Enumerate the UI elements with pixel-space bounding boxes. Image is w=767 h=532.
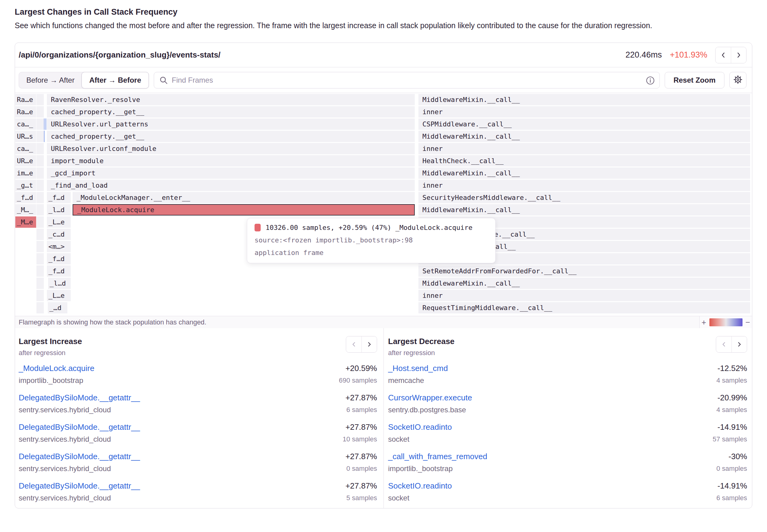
flame-cell[interactable] xyxy=(36,216,44,228)
flame-cell[interactable]: URLResolver.urlconf_module xyxy=(47,143,415,154)
largest-decrease-panel: Largest Decrease after regression _Host.… xyxy=(384,328,752,508)
flame-cell[interactable] xyxy=(36,106,44,118)
flame-cell[interactable]: cached_property.__get__ xyxy=(47,106,415,118)
function-link[interactable]: SocketIO.readinto xyxy=(388,481,452,491)
change-percent: +27.87% xyxy=(345,481,377,491)
flame-cell[interactable] xyxy=(36,131,44,142)
flame-cell[interactable]: UR…e xyxy=(15,155,36,167)
flame-cell[interactable]: inner xyxy=(419,106,750,118)
function-link[interactable]: DelegatedBySiloMode.__getattr__ xyxy=(19,422,140,432)
flame-cell[interactable]: <m…> xyxy=(47,241,71,252)
next-endpoint-button[interactable] xyxy=(731,47,746,63)
entry-function-block: CursorWrapper.executesentry.db.postgres.… xyxy=(388,392,472,415)
function-link[interactable]: DelegatedBySiloMode.__getattr__ xyxy=(19,392,140,403)
reset-zoom-button[interactable]: Reset Zoom xyxy=(665,72,724,88)
flame-cell[interactable]: UR…s xyxy=(15,131,36,142)
flame-cell[interactable]: _gcd_import xyxy=(47,167,415,179)
flame-cell[interactable] xyxy=(36,94,44,105)
function-link[interactable]: SocketIO.readinto xyxy=(388,422,452,432)
flame-cell[interactable] xyxy=(44,131,45,142)
function-link[interactable]: CursorWrapper.execute xyxy=(388,392,472,403)
toggle-before-after[interactable]: Before → After xyxy=(19,72,82,88)
flame-cell[interactable]: Ra…e xyxy=(15,94,36,105)
search-icon xyxy=(159,76,168,86)
flame-cell[interactable]: SecurityHeadersMiddleware.__call__ xyxy=(419,192,750,203)
flame-cell[interactable] xyxy=(36,155,44,167)
entry-metrics-block: -14.91%57 samples xyxy=(713,422,747,444)
flame-cell[interactable]: _find_and_load xyxy=(47,180,415,191)
flame-cell[interactable]: _L…e xyxy=(47,216,71,228)
flame-cell[interactable] xyxy=(36,204,44,215)
flame-cell[interactable]: im…e xyxy=(15,167,36,179)
flame-cell[interactable]: URLResolver.url_patterns xyxy=(47,118,415,130)
settings-button[interactable] xyxy=(729,72,746,88)
flame-cell[interactable]: CSPMiddleware.__call__ xyxy=(419,118,750,130)
flamegraph-canvas[interactable]: Ra…eRavenResolver._resolveMiddlewareMixi… xyxy=(15,93,752,316)
chevron-right-icon xyxy=(367,342,371,347)
flame-cell[interactable] xyxy=(36,180,44,191)
flame-cell[interactable]: _l…d xyxy=(48,278,71,289)
function-link[interactable]: _call_with_frames_removed xyxy=(388,451,487,462)
flame-cell[interactable]: _M…_ xyxy=(15,204,36,215)
flame-cell[interactable] xyxy=(36,302,44,313)
entry-function-block: SocketIO.readintosocket xyxy=(388,481,452,503)
flame-cell[interactable] xyxy=(36,229,44,240)
increase-prev-button[interactable] xyxy=(346,336,361,352)
flame-cell[interactable]: _f…d xyxy=(47,253,71,264)
flame-cell[interactable] xyxy=(36,143,44,154)
flame-cell[interactable]: RavenResolver._resolve xyxy=(47,94,415,105)
info-icon[interactable] xyxy=(646,76,655,86)
flame-cell[interactable]: RequestTimingMiddleware.__call__ xyxy=(419,302,750,313)
search-input[interactable] xyxy=(154,72,660,88)
flame-cell[interactable]: inner xyxy=(419,143,750,154)
flame-cell[interactable]: _ModuleLockManager.__enter__ xyxy=(73,192,415,203)
function-link[interactable]: DelegatedBySiloMode.__getattr__ xyxy=(19,451,140,462)
flame-cell[interactable] xyxy=(44,118,47,130)
flame-cell[interactable] xyxy=(36,192,44,203)
flame-cell[interactable]: _…d xyxy=(48,302,67,313)
flame-cell[interactable]: MiddlewareMixin.__call__ xyxy=(419,167,750,179)
decrease-next-button[interactable] xyxy=(731,336,747,352)
flame-cell[interactable]: MiddlewareMixin.__call__ xyxy=(419,204,750,215)
function-link[interactable]: DelegatedBySiloMode.__getattr__ xyxy=(19,481,140,491)
flame-cell[interactable]: Ra…e xyxy=(15,106,36,118)
flame-cell[interactable] xyxy=(36,290,44,301)
flame-cell[interactable]: _c…d xyxy=(47,229,71,240)
flame-cell[interactable]: _f…d xyxy=(47,265,71,277)
flame-cell[interactable] xyxy=(36,265,44,277)
largest-increase-panel: Largest Increase after regression _Modul… xyxy=(15,328,384,508)
flame-cell[interactable]: inner xyxy=(419,290,750,301)
flame-cell[interactable]: HealthCheck.__call__ xyxy=(419,155,750,167)
flame-cell[interactable]: cached_property.__get__ xyxy=(47,131,415,142)
increase-next-button[interactable] xyxy=(361,336,377,352)
flame-cell[interactable]: _l…d xyxy=(47,204,71,215)
toggle-after-before[interactable]: After → Before xyxy=(81,72,148,88)
flame-cell[interactable]: _f…d xyxy=(15,192,36,203)
function-link[interactable]: _ModuleLock.acquire xyxy=(19,363,94,373)
decrease-prev-button[interactable] xyxy=(716,336,731,352)
flame-cell[interactable]: inner xyxy=(419,180,750,191)
flame-cell[interactable]: _M…e xyxy=(15,216,36,228)
flame-cell[interactable]: _g…t xyxy=(15,180,36,191)
flame-cell[interactable]: ca…_ xyxy=(15,118,36,130)
flame-cell[interactable] xyxy=(36,278,44,289)
flame-cell[interactable]: _ModuleLock.acquire xyxy=(73,204,415,215)
flame-cell[interactable]: MiddlewareMixin.__call__ xyxy=(419,278,750,289)
sample-count: 0 samples xyxy=(716,463,747,474)
flame-cell[interactable]: _f…d xyxy=(47,192,71,203)
gear-icon xyxy=(733,75,743,85)
function-link[interactable]: _Host.send_cmd xyxy=(388,363,448,373)
sample-count: 10 samples xyxy=(342,434,377,444)
flame-cell[interactable]: MiddlewareMixin.__call__ xyxy=(419,131,750,142)
flame-cell[interactable]: SetRemoteAddrFromForwardedFor.__call__ xyxy=(419,265,750,277)
prev-endpoint-button[interactable] xyxy=(716,47,731,63)
flame-cell[interactable]: import_module xyxy=(47,155,415,167)
flame-cell[interactable]: ca…_ xyxy=(15,143,36,154)
flame-cell[interactable]: MiddlewareMixin.__call__ xyxy=(419,94,750,105)
flame-cell[interactable] xyxy=(36,241,44,252)
flame-cell[interactable] xyxy=(36,167,44,179)
page-title: Largest Changes in Call Stack Frequency xyxy=(15,7,752,17)
flame-cell[interactable]: _L…e xyxy=(47,290,71,301)
flame-cell[interactable] xyxy=(36,118,44,130)
flame-cell[interactable] xyxy=(36,253,44,264)
